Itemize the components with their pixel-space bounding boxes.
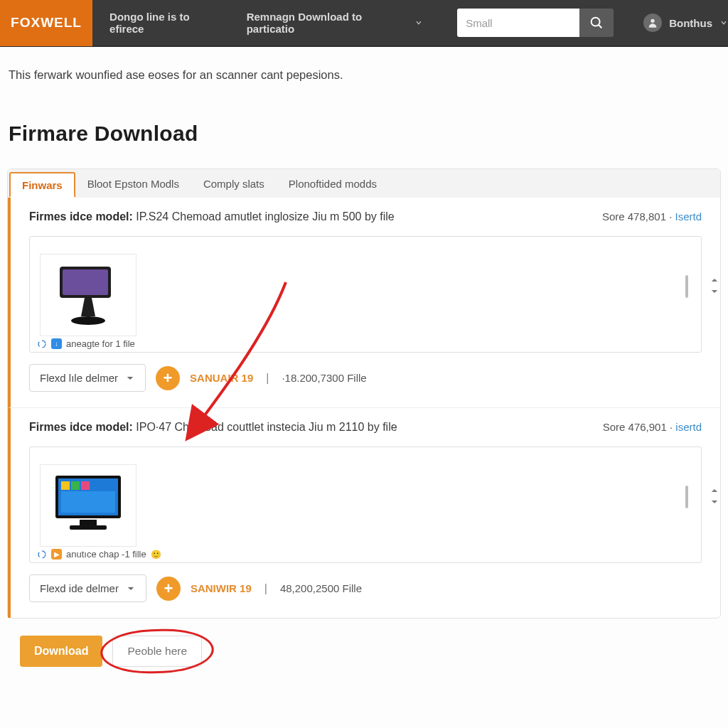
entry-meta: Sore 476,901 · isertd <box>603 421 702 433</box>
entry-meta-link[interactable]: isertd <box>675 421 702 433</box>
svg-point-5 <box>71 316 105 325</box>
dropdown-label: Flexd lıle delmer <box>40 372 118 384</box>
nav-item-2[interactable]: Remnagn Download to particatio <box>242 11 428 35</box>
preview-scrollbar[interactable] <box>685 275 688 298</box>
entry-header: Firmes idce model: IPO·47 Chemoad couttl… <box>29 421 702 434</box>
svg-point-15 <box>38 551 46 558</box>
svg-point-0 <box>592 18 600 26</box>
preview-stepper[interactable] <box>710 486 719 507</box>
chevron-down-icon <box>126 584 136 594</box>
tab-plonof[interactable]: Plonoftided modds <box>277 169 389 198</box>
loading-icon <box>37 550 47 560</box>
entry-foot-text: 48,200,2500 Fille <box>280 582 362 594</box>
preview-caption: ▶ anutıce chap -1 fille 🙂 <box>37 549 161 560</box>
entry-footer: Flexd ide delmer + SANIWIR 19 | 48,200,2… <box>29 574 702 602</box>
file-type-dropdown[interactable]: Flexd lıle delmer <box>29 364 146 392</box>
preview-scrollbar[interactable] <box>685 486 688 508</box>
add-button[interactable]: + <box>156 577 181 601</box>
nav-item-1-label: Dongo line is to efirece <box>109 11 225 35</box>
download-button[interactable]: Download <box>20 636 102 667</box>
intro-text: This ferwark wounfied ase eoses for an s… <box>0 47 728 82</box>
user-menu[interactable]: Bonthus <box>643 14 728 32</box>
svg-rect-10 <box>71 481 80 490</box>
download-badge-icon: ▶ <box>51 549 62 560</box>
entry-meta-link[interactable]: Isertd <box>675 210 702 223</box>
entry-foot-link[interactable]: SANIWIR 19 <box>191 582 252 594</box>
preview-box: ↓ aneagte for 1 file <box>29 236 702 353</box>
entry-foot-text: ·18.200,7300 Fille <box>282 372 366 384</box>
svg-rect-9 <box>61 481 70 490</box>
entry-title: Firmes idce model: IP.S24 Chemoad amutle… <box>29 210 395 223</box>
chevron-down-icon <box>710 287 719 296</box>
svg-rect-4 <box>63 269 108 295</box>
svg-rect-11 <box>81 481 90 490</box>
search-wrap <box>457 9 614 37</box>
dropdown-label: Flexd ide delmer <box>40 582 119 594</box>
smile-icon: 🙂 <box>151 550 161 560</box>
entry-footer: Flexd lıle delmer + SANUAIR 19 | ·18.200… <box>29 364 702 392</box>
svg-line-1 <box>599 25 601 28</box>
firmware-card: Finwars Bloot Epston Modls Comply slats … <box>7 168 721 619</box>
monitor-icon <box>46 470 131 541</box>
entry-title-lead: Firmes idce model: <box>29 421 133 433</box>
entry-title-rest: IP.S24 Chemoad amutlet inglosize Jiu m 5… <box>136 210 394 223</box>
tab-bar: Finwars Bloot Epston Modls Comply slats … <box>8 169 720 198</box>
avatar-icon <box>643 14 662 32</box>
preview-caption-text: aneagte for 1 file <box>66 338 135 349</box>
secondary-btn-label: Peoble here <box>127 645 187 657</box>
brand-name: FOXWELL <box>11 15 82 31</box>
tab-bloot-label: Bloot Epston Modls <box>87 178 179 190</box>
preview-caption: ↓ aneagte for 1 file <box>37 338 135 349</box>
tab-finwars[interactable]: Finwars <box>9 172 75 198</box>
brand-logo[interactable]: FOXWELL <box>0 0 92 46</box>
entry-title-lead: Firmes idce model: <box>29 210 133 223</box>
svg-point-6 <box>38 341 46 348</box>
download-badge-icon: ↓ <box>51 338 62 349</box>
tab-comply[interactable]: Comply slats <box>191 169 277 198</box>
tablet-stand-icon <box>46 259 131 331</box>
product-thumbnail[interactable] <box>40 254 136 336</box>
entry-meta-text: Sore 476,901 · <box>603 421 676 433</box>
search-icon <box>589 15 604 31</box>
page-title: Firmare Download <box>0 82 728 168</box>
bottom-actions: Download Peoble here <box>0 619 728 667</box>
entry-meta-text: Sore 478,801 · <box>602 210 675 223</box>
firmware-entry: Firmes idce model: IPO·47 Chemoad couttl… <box>8 407 720 618</box>
entry-meta: Sore 478,801 · Isertd <box>602 210 702 223</box>
file-type-dropdown[interactable]: Flexd ide delmer <box>29 574 146 602</box>
app-header: FOXWELL Dongo line is to efirece Remnagn… <box>0 0 728 47</box>
chevron-up-icon <box>710 275 719 285</box>
tab-finwars-label: Finwars <box>22 179 63 191</box>
svg-rect-12 <box>61 491 115 513</box>
chevron-down-icon <box>414 18 423 27</box>
chevron-up-icon <box>710 486 719 496</box>
preview-box: ▶ anutıce chap -1 fille 🙂 <box>29 446 702 563</box>
search-input[interactable] <box>457 9 579 37</box>
tab-plonof-label: Plonoftided modds <box>289 178 377 190</box>
nav-item-2-label: Remnagn Download to particatio <box>247 11 411 35</box>
entry-title-rest: IPO·47 Chemoad couttlet instecia Jiu m 2… <box>136 421 397 433</box>
loading-icon <box>37 339 47 349</box>
separator: | <box>263 372 272 385</box>
user-name: Bonthus <box>669 17 712 29</box>
entry-title: Firmes idce model: IPO·47 Chemoad couttl… <box>29 421 397 434</box>
tab-bloot[interactable]: Bloot Epston Modls <box>75 169 191 198</box>
add-button[interactable]: + <box>156 366 180 390</box>
nav-item-1[interactable]: Dongo line is to efirece <box>105 11 230 35</box>
product-thumbnail[interactable] <box>40 464 136 547</box>
firmware-entry: Firmes idce model: IP.S24 Chemoad amutle… <box>8 198 720 407</box>
entry-header: Firmes idce model: IP.S24 Chemoad amutle… <box>29 210 702 223</box>
svg-rect-13 <box>80 520 97 525</box>
chevron-down-icon <box>125 373 135 383</box>
preview-stepper[interactable] <box>710 275 719 296</box>
search-button[interactable] <box>579 9 614 37</box>
svg-point-2 <box>651 19 655 23</box>
people-here-button[interactable]: Peoble here <box>112 636 202 667</box>
chevron-down-icon <box>719 18 728 27</box>
chevron-down-icon <box>710 497 719 507</box>
svg-rect-14 <box>70 525 107 530</box>
separator: | <box>262 582 270 595</box>
tab-comply-label: Comply slats <box>203 178 264 190</box>
entry-foot-link[interactable]: SANUAIR 19 <box>190 372 253 384</box>
preview-caption-text: anutıce chap -1 fille <box>66 549 146 560</box>
